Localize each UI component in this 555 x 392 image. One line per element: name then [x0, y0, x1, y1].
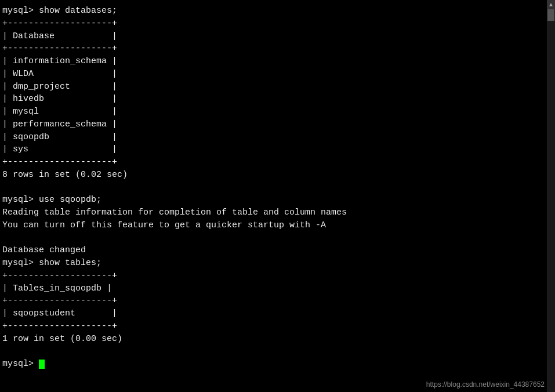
terminal-cursor [39, 360, 45, 369]
terminal-window[interactable]: mysql> show databases; +----------------… [0, 0, 555, 392]
scrollbar-thumb[interactable] [547, 9, 554, 21]
scrollbar[interactable]: ▲ [547, 0, 555, 392]
scrollbar-up-button[interactable]: ▲ [547, 0, 555, 9]
terminal-output: mysql> show databases; +----------------… [2, 5, 553, 371]
watermark: https://blog.csdn.net/weixin_44387652 [426, 380, 545, 389]
